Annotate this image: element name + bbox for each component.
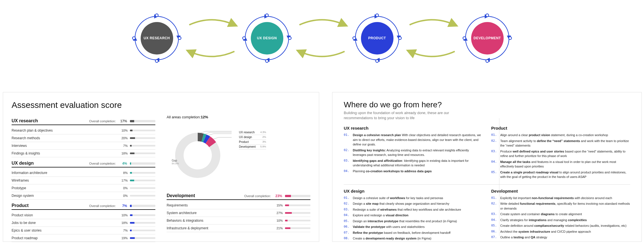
rec-item: Architect the system infrastructure and … <box>491 229 630 234</box>
rec-item: Clarify strategies for integrations and … <box>491 218 630 223</box>
score-row-bar <box>130 195 155 197</box>
score-row-name: Requirements <box>167 203 274 207</box>
category-name: Product <box>12 203 29 208</box>
overall-label: Overall completion: <box>89 204 116 208</box>
stage-product: PRODUCT <box>350 11 404 65</box>
donut-svg <box>167 121 246 184</box>
rec-block-ux-design: UX design Design a cohesive suite of wor… <box>344 189 483 242</box>
rec-item: Create definition around compliance/secu… <box>491 223 630 228</box>
category-overall-pct: 7% <box>119 204 127 208</box>
rec-item: Validate the prototype with users and st… <box>344 225 483 229</box>
score-row-pct: 8% <box>119 171 128 175</box>
score-row-pct: 21% <box>274 226 283 230</box>
recs-subtitle: Building upon the foundation of work alr… <box>344 110 462 121</box>
rec-block-ux-research: UX research Design a cohesive research p… <box>344 126 483 180</box>
category-head: Product Overall completion: 7% <box>12 203 155 210</box>
score-row-pct: 17% <box>119 179 128 182</box>
svg-point-14 <box>486 60 489 62</box>
rec-block-title: UX design <box>344 189 483 193</box>
score-row-bar <box>130 180 155 181</box>
score-row-name: Interviews <box>12 144 119 148</box>
score-row-name: Information architecture <box>12 171 119 175</box>
process-flow: UX RESEARCH UX DESIGN <box>0 6 644 71</box>
category-name: UX design <box>12 161 34 166</box>
score-row: System architecture 27% <box>167 209 310 217</box>
overall-label: Overall completion: <box>244 194 271 198</box>
svg-point-12 <box>486 14 489 17</box>
score-row: Infrastructure & deployment 21% <box>167 225 310 232</box>
score-row-name: Prototype <box>12 186 119 190</box>
stage-circle: UX RESEARCH <box>141 22 173 55</box>
score-row-name: Research plan & objectives <box>12 128 119 132</box>
category-overall-bar <box>130 205 155 207</box>
score-row-bar <box>130 230 155 231</box>
category-overall-bar <box>130 120 155 122</box>
score-row-name: Findings & insights <box>12 151 119 155</box>
horizontal-divider <box>344 184 630 185</box>
score-row: Epics & user stories 7% <box>12 227 155 234</box>
stage-ux-design: UX DESIGN <box>240 11 294 65</box>
score-row: Interviews 7% <box>12 142 155 150</box>
assessment-title: Assessment evaluation score <box>12 100 310 110</box>
svg-point-15 <box>463 37 466 40</box>
score-row-pct: 10% <box>119 213 128 217</box>
rec-item: Team alignment activity to define the “n… <box>491 139 630 148</box>
stage-circle: DEVELOPMENT <box>471 22 504 55</box>
rec-list: Align around a clear product vision stat… <box>491 133 630 179</box>
score-row: Product roadmap 19% <box>12 234 155 242</box>
stage-connector <box>404 11 460 65</box>
donut-title: All areas completion:12% <box>167 115 266 119</box>
rec-item: Redesign a suite of wireframes that refl… <box>344 207 483 212</box>
donut-legend: UX research4.3%UX design2%Product3%Devel… <box>239 130 266 149</box>
score-row-bar <box>130 172 155 174</box>
rec-list: Design a cohesive suite of workflows for… <box>344 196 483 241</box>
assessment-panel: Assessment evaluation score UX research … <box>3 92 319 242</box>
overall-label: Overall completion: <box>89 119 116 123</box>
stage-development: DEVELOPMENT <box>460 11 514 65</box>
score-row-name: Infrastructure & deployment <box>167 226 274 230</box>
score-row-pct: 20% <box>119 136 128 140</box>
rec-block-title: UX research <box>344 126 483 130</box>
category-overall-bar <box>285 195 310 197</box>
svg-point-3 <box>132 37 135 40</box>
svg-point-0 <box>155 14 158 17</box>
stage-ux-research: UX RESEARCH <box>130 11 184 65</box>
scores-col-1: UX research Overall completion: 17% Rese… <box>12 115 155 242</box>
svg-point-7 <box>243 37 245 40</box>
score-row-bar <box>130 130 155 131</box>
svg-point-5 <box>288 37 291 40</box>
score-row-name: System architecture <box>167 211 274 215</box>
rec-block-product: Product Align around a clear product vis… <box>491 126 630 180</box>
score-row-name: Wireframes <box>12 178 119 182</box>
category-head: UX design Overall completion: 4% <box>12 161 155 167</box>
category-name: UX research <box>12 118 38 123</box>
category-head: UX research Overall completion: 17% <box>12 118 155 125</box>
score-row: Design system 0% <box>12 192 155 200</box>
donut-legend-item: UX research4.3% <box>239 130 266 135</box>
score-row-bar <box>130 152 155 154</box>
score-row-pct: 18% <box>119 152 128 155</box>
svg-point-8 <box>376 14 378 17</box>
score-row-pct: 0% <box>119 186 128 190</box>
score-row-bar <box>285 204 310 206</box>
rec-item: Produce well defined epics and user stor… <box>491 149 630 158</box>
rec-list: Design a cohesive research plan With cle… <box>344 133 483 173</box>
donut-legend-item: Product3% <box>239 140 266 145</box>
rec-item: Outline a testing and QA strategy <box>491 235 630 240</box>
score-row-name: Product vision <box>12 213 119 217</box>
score-row-pct: 7% <box>119 144 128 147</box>
svg-point-2 <box>155 60 158 62</box>
score-row-pct: 19% <box>119 236 128 240</box>
rec-item: Write detailed functional requirements, … <box>491 201 630 211</box>
donut-gap-label: Gap 84.8% <box>172 159 179 165</box>
category-overall-pct: 23% <box>274 194 282 198</box>
score-row: Jobs to be done 18% <box>12 219 155 227</box>
score-row-pct: 27% <box>274 211 283 215</box>
rec-item: Create system and container diagrams to … <box>491 212 630 217</box>
rec-item: Manage all the tasks and features in a v… <box>491 160 630 169</box>
score-row-bar <box>130 214 155 216</box>
rec-block-title: Product <box>491 126 630 130</box>
svg-point-13 <box>509 37 512 40</box>
svg-point-9 <box>399 37 401 40</box>
category-head: Development Overall completion: 23% <box>167 193 310 200</box>
